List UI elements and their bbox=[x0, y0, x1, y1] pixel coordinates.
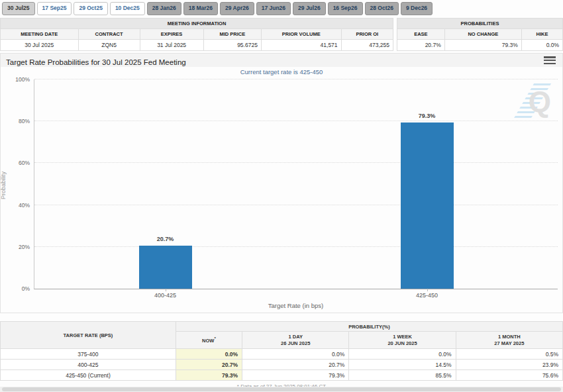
info-row: MEETING INFORMATION MEETING DATECONTRACT… bbox=[0, 18, 563, 51]
history-val-0-3: 0.5% bbox=[456, 349, 562, 360]
history-val-1-2: 14.5% bbox=[349, 360, 456, 370]
tab-10-dec25[interactable]: 10 Dec25 bbox=[110, 2, 145, 15]
gridline-100% bbox=[34, 79, 558, 79]
prob-col-1: NO CHANGE bbox=[444, 29, 521, 40]
x-category-425-450: 425-450 bbox=[416, 292, 438, 299]
hamburger-menu-icon[interactable] bbox=[544, 56, 556, 65]
chart-body: Probability Q 0%20%40%60%80%100%20.7%400… bbox=[1, 76, 562, 311]
tab-16-sep26[interactable]: 16 Sep26 bbox=[328, 2, 363, 15]
tab-29-jul26[interactable]: 29 Jul26 bbox=[293, 2, 326, 15]
ytick-40%: 40% bbox=[19, 202, 30, 209]
history-section: TARGET RATE (BPS) PROBABILITY(%) NOW*1 D… bbox=[0, 321, 563, 391]
prob-col-2: HIKE bbox=[521, 29, 562, 40]
x-tick-400-425 bbox=[166, 289, 166, 291]
history-row-2: 425-450 (Current)79.3%79.3%85.5%75.6% bbox=[1, 370, 563, 381]
plot-area: Q 0%20%40%60%80%100%20.7%400-42579.3%425… bbox=[34, 79, 558, 289]
probability-history-table: TARGET RATE (BPS) PROBABILITY(%) NOW*1 D… bbox=[0, 321, 563, 381]
history-val-0-1: 0.0% bbox=[242, 349, 349, 360]
meeting-info-header-row: MEETING DATECONTRACTEXPIRESMID PRICEPRIO… bbox=[1, 29, 393, 40]
horizontal-scrollbar-thumb[interactable] bbox=[2, 387, 561, 391]
meeting-info-col-5: PRIOR OI bbox=[341, 29, 393, 40]
bar-value-425-450: 79.3% bbox=[419, 113, 436, 119]
gridline-40% bbox=[34, 205, 558, 205]
bar-value-400-425: 20.7% bbox=[157, 236, 174, 242]
bar-425-450[interactable] bbox=[401, 122, 454, 289]
meeting-info-val-3: 95.6725 bbox=[203, 40, 261, 51]
x-tick-425-450 bbox=[427, 289, 428, 291]
probability-group-header: PROBABILITY(%) bbox=[176, 322, 562, 332]
tab-30-jul25[interactable]: 30 Jul25 bbox=[2, 2, 35, 15]
history-val-0-2: 0.0% bbox=[349, 349, 456, 360]
tab-18-mar26[interactable]: 18 Mar26 bbox=[183, 2, 218, 15]
ytick-60%: 60% bbox=[19, 160, 30, 166]
history-rate-2: 425-450 (Current) bbox=[1, 370, 176, 381]
history-val-1-0: 20.7% bbox=[176, 360, 242, 370]
meeting-info-val-2: 31 Jul 2025 bbox=[140, 40, 203, 51]
gridline-80% bbox=[34, 121, 558, 121]
ytick-80%: 80% bbox=[19, 118, 30, 124]
history-col-1-week: 1 WEEK20 JUN 2025 bbox=[349, 332, 456, 349]
meeting-tab-bar: 30 Jul2517 Sep2529 Oct2510 Dec2528 Jan26… bbox=[0, 0, 563, 15]
history-col-1-month: 1 MONTH27 MAY 2025 bbox=[456, 332, 562, 349]
history-val-2-0: 79.3% bbox=[176, 370, 242, 381]
fedwatch-tool: 30 Jul2517 Sep2529 Oct2510 Dec2528 Jan26… bbox=[0, 0, 563, 392]
tab-28-jan26[interactable]: 28 Jan26 bbox=[147, 2, 181, 15]
meeting-info-val-4: 41,571 bbox=[261, 40, 341, 51]
bar-400-425[interactable] bbox=[139, 246, 192, 289]
x-axis-title: Target Rate (in bps) bbox=[34, 302, 558, 309]
quikstrike-watermark-icon: Q bbox=[514, 82, 554, 123]
history-col-1-day: 1 DAY26 JUN 2025 bbox=[242, 332, 349, 349]
tab-29-oct25[interactable]: 29 Oct25 bbox=[74, 2, 107, 15]
horizontal-scrollbar[interactable] bbox=[0, 387, 563, 392]
probabilities-table: PROBABILITIES EASENO CHANGEHIKE 20.7%79.… bbox=[397, 18, 563, 51]
probabilities-panel: PROBABILITIES EASENO CHANGEHIKE 20.7%79.… bbox=[397, 18, 563, 51]
tab-28-oct26[interactable]: 28 Oct26 bbox=[365, 2, 399, 15]
probabilities-title: PROBABILITIES bbox=[397, 19, 563, 29]
prob-val-0: 20.7% bbox=[397, 40, 445, 51]
tab-17-jun26[interactable]: 17 Jun26 bbox=[256, 2, 291, 15]
history-val-2-1: 79.3% bbox=[242, 370, 349, 381]
probabilities-value-row: 20.7%79.3%0.0% bbox=[397, 40, 563, 51]
chart-subtitle: Current target rate is 425-450 bbox=[1, 67, 562, 76]
meeting-info-col-4: PRIOR VOLUME bbox=[261, 29, 341, 40]
history-rate-1: 400-425 bbox=[1, 360, 176, 370]
meeting-info-val-5: 473,255 bbox=[341, 40, 393, 51]
meeting-info-val-0: 30 Jul 2025 bbox=[1, 40, 79, 51]
y-axis-title: Probability bbox=[0, 166, 7, 205]
history-val-1-1: 20.7% bbox=[242, 360, 349, 370]
history-val-1-3: 23.9% bbox=[456, 360, 562, 370]
ytick-0%: 0% bbox=[22, 285, 30, 292]
tab-9-dec26[interactable]: 9 Dec26 bbox=[401, 2, 433, 15]
meeting-info-col-2: EXPIRES bbox=[140, 29, 203, 40]
prob-col-0: EASE bbox=[397, 29, 445, 40]
meeting-info-col-3: MID PRICE bbox=[203, 29, 261, 40]
tab-17-sep25[interactable]: 17 Sep25 bbox=[37, 2, 72, 15]
meeting-info-panel: MEETING INFORMATION MEETING DATECONTRACT… bbox=[0, 18, 393, 51]
history-val-0-0: 0.0% bbox=[176, 349, 242, 360]
history-row-1: 400-42520.7%20.7%14.5%23.9% bbox=[1, 360, 563, 370]
chart-title: Target Rate Probabilities for 30 Jul 202… bbox=[6, 58, 186, 66]
gridline-60% bbox=[34, 162, 558, 163]
prob-val-2: 0.0% bbox=[521, 40, 562, 51]
meeting-info-val-1: ZQN5 bbox=[78, 40, 140, 51]
prob-val-1: 79.3% bbox=[444, 40, 521, 51]
history-rate-0: 375-400 bbox=[1, 349, 176, 360]
history-val-2-3: 75.6% bbox=[456, 370, 562, 381]
history-col-now: NOW* bbox=[176, 332, 242, 349]
x-category-400-425: 400-425 bbox=[154, 292, 176, 299]
ytick-100%: 100% bbox=[15, 76, 30, 83]
meeting-info-value-row: 30 Jul 2025ZQN531 Jul 202595.672541,5714… bbox=[1, 40, 393, 51]
target-rate-header: TARGET RATE (BPS) bbox=[1, 322, 176, 349]
tab-29-apr26[interactable]: 29 Apr26 bbox=[220, 2, 254, 15]
chart-titlebar: Target Rate Probabilities for 30 Jul 202… bbox=[1, 54, 562, 67]
history-val-2-2: 85.5% bbox=[349, 370, 456, 381]
probabilities-header-row: EASENO CHANGEHIKE bbox=[397, 29, 563, 40]
ytick-20%: 20% bbox=[19, 244, 30, 250]
meeting-info-title: MEETING INFORMATION bbox=[1, 19, 393, 29]
meeting-info-table: MEETING INFORMATION MEETING DATECONTRACT… bbox=[0, 18, 393, 51]
history-row-0: 375-4000.0%0.0%0.0%0.5% bbox=[1, 349, 563, 360]
meeting-info-col-0: MEETING DATE bbox=[1, 29, 79, 40]
gridline-20% bbox=[34, 246, 558, 247]
chart-panel: Target Rate Probabilities for 30 Jul 202… bbox=[0, 53, 563, 313]
meeting-info-col-1: CONTRACT bbox=[78, 29, 140, 40]
